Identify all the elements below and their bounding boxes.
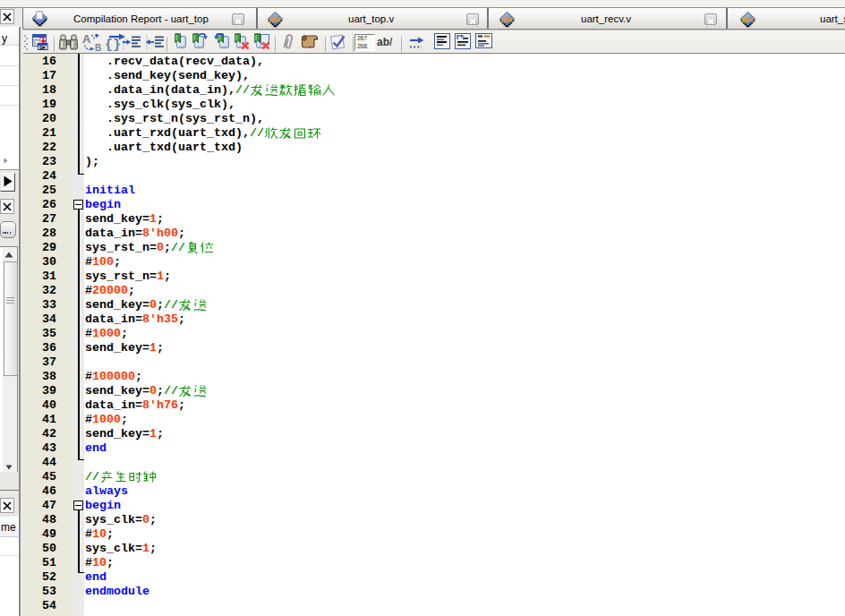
- svg-text:B: B: [95, 43, 101, 52]
- svg-text:abc: abc: [501, 15, 515, 24]
- svg-text:{}: {}: [105, 38, 121, 51]
- svg-text:abc: abc: [742, 15, 755, 24]
- svg-text:A: A: [82, 33, 91, 46]
- svg-text:abc: abc: [269, 15, 283, 24]
